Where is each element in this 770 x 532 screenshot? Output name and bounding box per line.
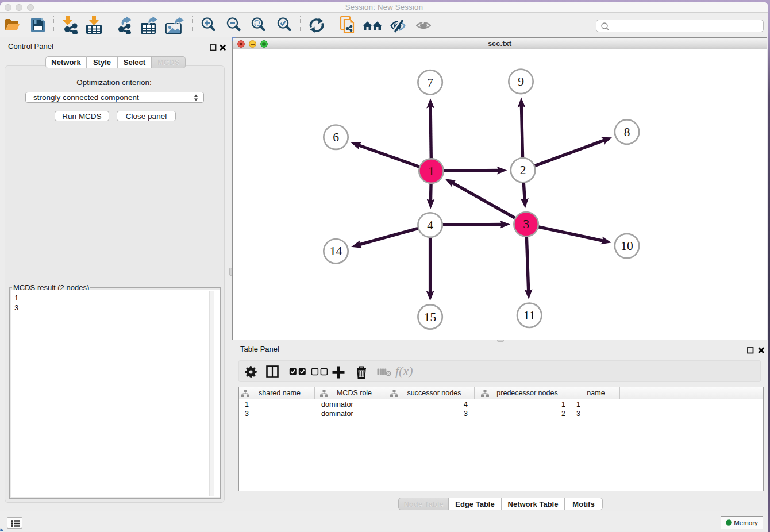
svg-text:3: 3 (523, 217, 529, 231)
svg-text:7: 7 (427, 76, 433, 90)
svg-text:9: 9 (518, 75, 524, 88)
svg-text:15: 15 (424, 310, 437, 324)
svg-text:14: 14 (330, 244, 342, 258)
svg-text:1: 1 (428, 164, 434, 178)
svg-text:8: 8 (624, 125, 630, 139)
svg-text:6: 6 (333, 130, 339, 144)
svg-text:10: 10 (621, 239, 633, 253)
svg-text:11: 11 (523, 309, 536, 322)
svg-text:2: 2 (520, 163, 526, 177)
svg-text:4: 4 (427, 218, 433, 232)
